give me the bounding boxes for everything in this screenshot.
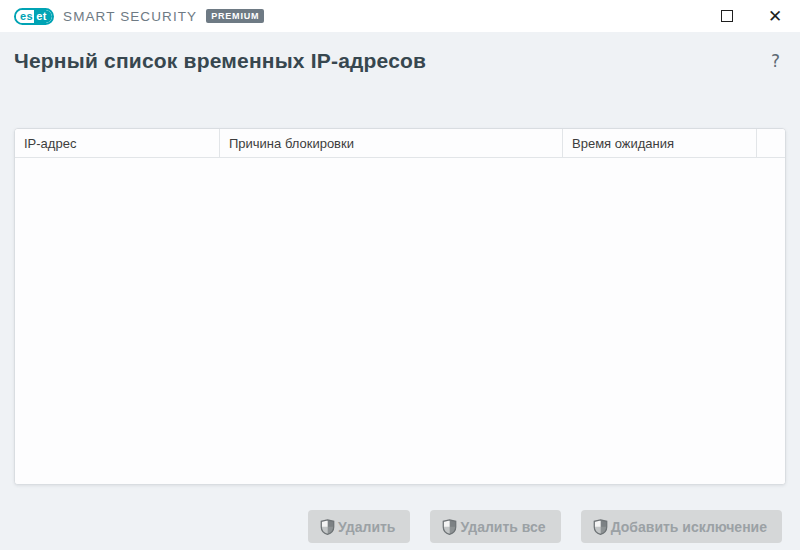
table-body-empty[interactable]	[15, 158, 785, 484]
help-button[interactable]: ?	[765, 49, 786, 73]
product-name: SMART SECURITY	[63, 9, 197, 24]
delete-button-label: Удалить	[338, 519, 395, 535]
maximize-icon	[721, 10, 733, 22]
eset-logo-right: et	[34, 10, 52, 23]
column-header-timeout[interactable]: Время ожидания	[563, 129, 757, 157]
action-button-row: Удалить Удалить все	[14, 510, 786, 543]
ip-blacklist-table: IP-адрес Причина блокировки Время ожидан…	[14, 128, 786, 485]
column-header-block-reason[interactable]: Причина блокировки	[220, 129, 563, 157]
delete-all-button-label: Удалить все	[460, 519, 545, 535]
uac-shield-icon	[593, 519, 608, 535]
close-icon: ✕	[768, 8, 782, 25]
delete-all-button[interactable]: Удалить все	[430, 510, 560, 543]
column-header-ip-address[interactable]: IP-адрес	[15, 129, 220, 157]
window-controls: ✕	[716, 5, 786, 27]
maximize-button[interactable]	[716, 5, 738, 27]
content-area: Черный список временных IP-адресов ? IP-…	[0, 32, 800, 550]
brand-group: es et SMART SECURITY PREMIUM	[14, 8, 264, 25]
uac-shield-icon	[320, 519, 335, 535]
premium-badge: PREMIUM	[206, 9, 264, 23]
eset-logo-left: es	[16, 10, 34, 23]
page-title: Черный список временных IP-адресов	[14, 49, 426, 73]
delete-button[interactable]: Удалить	[308, 510, 410, 543]
eset-logo-icon: es et	[14, 8, 54, 25]
add-exception-button[interactable]: Добавить исключение	[581, 510, 782, 543]
column-header-spacer	[757, 129, 785, 157]
uac-shield-icon	[442, 519, 457, 535]
titlebar: es et SMART SECURITY PREMIUM ✕	[0, 0, 800, 32]
add-exception-button-label: Добавить исключение	[611, 519, 767, 535]
page-header: Черный список временных IP-адресов ?	[14, 32, 786, 87]
table-header-row: IP-адрес Причина блокировки Время ожидан…	[15, 129, 785, 158]
close-button[interactable]: ✕	[764, 5, 786, 27]
